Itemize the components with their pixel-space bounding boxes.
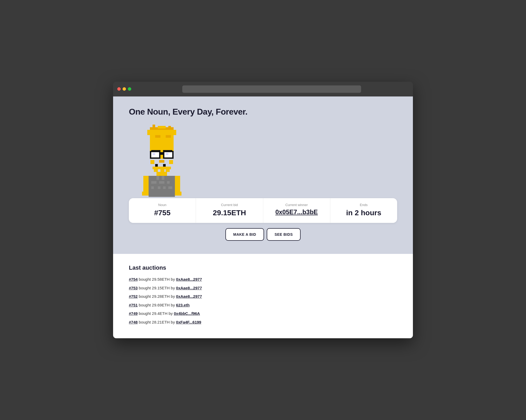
svg-rect-2 — [147, 132, 176, 135]
noun-pixel-art — [134, 125, 189, 198]
page-title: One Noun, Every Day, Forever. — [129, 107, 397, 117]
auction-list: #754 bought 29.58ETH by 0xAae8...2977#75… — [129, 276, 397, 325]
browser-chrome — [113, 82, 413, 96]
traffic-lights — [117, 87, 131, 91]
noun-link[interactable]: #754 — [129, 277, 138, 281]
browser-window: One Noun, Every Day, Forever. — [113, 82, 413, 339]
buyer-link[interactable]: 623.eth — [176, 303, 190, 307]
last-auctions-section: Last auctions #754 bought 29.58ETH by 0x… — [113, 254, 413, 338]
svg-rect-24 — [156, 172, 167, 176]
bid-value: 29.15ETH — [202, 208, 256, 217]
noun-link[interactable]: #751 — [129, 303, 138, 307]
list-item: #752 bought 29.28ETH by 0xAae8...2977 — [129, 294, 397, 300]
svg-rect-28 — [151, 181, 156, 184]
svg-rect-36 — [175, 176, 180, 192]
see-bids-button[interactable]: SEE BIDS — [267, 228, 301, 241]
svg-rect-22 — [160, 169, 164, 172]
bid-label: Current bid — [202, 203, 256, 207]
list-item: #751 bought 29.69ETH by 623.eth — [129, 302, 397, 308]
winner-cell: Current winner 0x05E7...b3bE — [263, 198, 330, 223]
maximize-button[interactable] — [128, 87, 131, 91]
svg-rect-4 — [160, 135, 166, 138]
address-bar[interactable] — [182, 85, 361, 93]
svg-rect-31 — [151, 186, 154, 189]
svg-rect-38 — [175, 192, 181, 196]
browser-content: One Noun, Every Day, Forever. — [113, 96, 413, 254]
noun-label: Noun — [135, 203, 189, 207]
noun-link[interactable]: #749 — [129, 311, 138, 316]
action-buttons: MAKE A BID SEE BIDS — [129, 228, 397, 241]
list-item: #748 bought 28.21ETH by 0xFa4F...6199 — [129, 319, 397, 325]
noun-cell: Noun #755 — [129, 198, 196, 223]
buyer-link[interactable]: 0x4bbC...f96A — [174, 311, 200, 316]
svg-rect-41 — [168, 126, 171, 129]
svg-rect-26 — [156, 176, 159, 180]
ends-value: in 2 hours — [337, 208, 391, 217]
buyer-link[interactable]: 0xAae8...2977 — [176, 277, 202, 281]
svg-rect-27 — [162, 176, 164, 180]
svg-rect-32 — [158, 186, 160, 189]
noun-value: #755 — [135, 208, 189, 217]
svg-rect-16 — [166, 153, 168, 155]
svg-rect-30 — [167, 181, 170, 184]
svg-rect-9 — [153, 138, 171, 140]
auction-card: Noun #755 Current bid 29.15ETH Current w… — [129, 198, 397, 223]
list-item: #749 bought 29.4ETH by 0x4bbC...f96A — [129, 311, 397, 317]
noun-link[interactable]: #748 — [129, 320, 138, 324]
bid-cell: Current bid 29.15ETH — [196, 198, 263, 223]
svg-rect-29 — [159, 181, 164, 184]
close-button[interactable] — [117, 87, 121, 91]
svg-rect-42 — [151, 150, 160, 151]
svg-rect-18 — [155, 164, 158, 167]
list-item: #753 bought 29.15ETH by 0xAae8...2977 — [129, 285, 397, 291]
svg-rect-17 — [159, 160, 164, 163]
svg-rect-12 — [160, 152, 163, 155]
winner-label: Current winner — [270, 203, 324, 207]
make-bid-button[interactable]: MAKE A BID — [225, 228, 264, 241]
svg-rect-3 — [150, 135, 155, 138]
svg-rect-35 — [143, 176, 149, 192]
svg-rect-40 — [158, 126, 166, 129]
svg-rect-44 — [150, 160, 154, 164]
svg-rect-21 — [154, 169, 158, 172]
svg-rect-34 — [168, 186, 172, 189]
ends-cell: Ends in 2 hours — [330, 198, 397, 223]
svg-rect-6 — [155, 135, 160, 138]
svg-rect-20 — [153, 167, 171, 169]
svg-rect-43 — [163, 150, 172, 151]
svg-rect-7 — [166, 135, 171, 138]
svg-rect-37 — [142, 192, 149, 196]
list-item: #754 bought 29.58ETH by 0xAae8...2977 — [129, 276, 397, 283]
svg-rect-39 — [153, 125, 155, 127]
last-auctions-title: Last auctions — [129, 264, 397, 271]
svg-rect-23 — [166, 169, 170, 172]
buyer-link[interactable]: 0xAae8...2977 — [176, 286, 202, 290]
buyer-link[interactable]: 0xAae8...2977 — [176, 294, 202, 299]
buyer-link[interactable]: 0xFa4F...6199 — [176, 320, 201, 324]
noun-image-container — [129, 125, 397, 199]
svg-rect-15 — [153, 153, 155, 155]
svg-rect-5 — [171, 135, 174, 138]
minimize-button[interactable] — [123, 87, 126, 91]
svg-rect-1 — [147, 130, 176, 132]
svg-rect-45 — [169, 160, 173, 164]
winner-value[interactable]: 0x05E7...b3bE — [270, 208, 324, 216]
svg-rect-19 — [163, 164, 166, 167]
svg-rect-33 — [163, 186, 166, 189]
ends-label: Ends — [337, 203, 391, 207]
noun-link[interactable]: #752 — [129, 294, 138, 299]
noun-link[interactable]: #753 — [129, 286, 138, 290]
